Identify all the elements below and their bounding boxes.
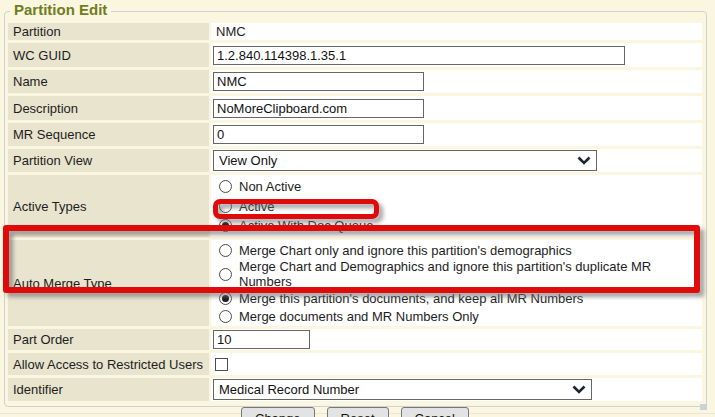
name-value-cell [211,70,702,93]
partition-view-label: Partition View [8,149,209,172]
row-partition: Partition NMC [8,23,702,40]
radio-icon[interactable] [219,292,232,305]
radio-option-label: Merge this partition's documents, and ke… [239,291,583,306]
wc-guid-label: WC GUID [8,43,209,67]
row-partition-view: Partition View View Only [8,149,702,172]
mr-sequence-input[interactable] [213,125,424,144]
description-label: Description [8,96,209,120]
partition-edit-form: Partition NMC WC GUID Name Description M… [8,23,702,417]
name-label: Name [8,70,209,93]
identifier-selected-option: Medical Record Number [219,382,359,397]
partition-value: NMC [213,24,246,39]
radio-icon[interactable] [219,310,232,323]
auto-merge-type-value-cell: Merge Chart only and ignore this partiti… [211,240,702,326]
wc-guid-input[interactable] [213,46,625,65]
active-types-label: Active Types [8,175,209,237]
allow-access-label: Allow Access to Restricted Users [8,353,209,375]
radio-option-label: Merge Chart only and ignore this partiti… [239,243,572,258]
row-description: Description [8,96,702,120]
radio-option-merge-chart-only[interactable]: Merge Chart only and ignore this partiti… [219,241,572,259]
radio-option-merge-documents-and-mr-numbers[interactable]: Merge documents and MR Numbers Only [219,307,479,325]
description-input[interactable] [213,99,424,118]
radio-option-label: Active [239,199,274,214]
row-part-order: Part Order [8,329,702,350]
row-active-types: Active Types Non Active Active Active Wi… [8,175,702,237]
partition-view-select[interactable]: View Only [213,150,597,171]
partition-label: Partition [8,23,209,40]
radio-option-label: Merge documents and MR Numbers Only [239,309,479,324]
description-value-cell [211,96,702,120]
part-order-input[interactable] [213,330,310,349]
radio-option-active-with-doc-queue[interactable]: Active With Doc Queue [219,217,373,235]
cancel-button[interactable]: Cancel [401,407,469,417]
row-allow-access: Allow Access to Restricted Users [8,353,702,375]
allow-access-value-cell [211,353,702,375]
radio-icon[interactable] [219,180,232,193]
part-order-value-cell [211,329,702,350]
radio-option-label: Merge Chart and Demographics and ignore … [239,259,700,289]
name-input[interactable] [213,72,424,91]
radio-option-label: Active With Doc Queue [239,218,373,233]
chevron-down-icon [577,156,591,165]
partition-view-selected-option: View Only [219,153,277,168]
allow-access-checkbox[interactable] [215,358,228,371]
radio-icon[interactable] [219,200,232,213]
row-identifier: Identifier Medical Record Number [8,378,702,401]
change-button[interactable]: Change [241,407,315,417]
part-order-label: Part Order [8,329,209,350]
form-actions: Change Reset Cancel [8,404,702,417]
radio-option-non-active[interactable]: Non Active [219,178,301,196]
identifier-value-cell: Medical Record Number [211,378,702,401]
row-wc-guid: WC GUID [8,43,702,67]
row-name: Name [8,70,702,93]
page-title: Partition Edit [10,1,111,18]
reset-button[interactable]: Reset [327,407,389,417]
radio-icon[interactable] [219,268,232,281]
active-types-value-cell: Non Active Active Active With Doc Queue [211,175,702,237]
auto-merge-type-label: Auto Merge Type [8,240,209,326]
identifier-label: Identifier [8,378,209,401]
chevron-down-icon [572,385,586,394]
radio-option-merge-chart-and-demographics[interactable]: Merge Chart and Demographics and ignore … [219,259,700,289]
radio-icon[interactable] [219,219,232,232]
mr-sequence-label: MR Sequence [8,123,209,146]
partition-value-cell: NMC [211,23,702,40]
wc-guid-value-cell [211,43,702,67]
radio-icon[interactable] [219,244,232,257]
radio-option-merge-partition-documents[interactable]: Merge this partition's documents, and ke… [219,289,583,307]
radio-option-active[interactable]: Active [219,197,274,215]
partition-view-value-cell: View Only [211,149,702,172]
identifier-select[interactable]: Medical Record Number [213,379,592,400]
row-auto-merge-type: Auto Merge Type Merge Chart only and ign… [8,240,702,326]
row-mr-sequence: MR Sequence [8,123,702,146]
radio-option-label: Non Active [239,179,301,194]
mr-sequence-value-cell [211,123,702,146]
